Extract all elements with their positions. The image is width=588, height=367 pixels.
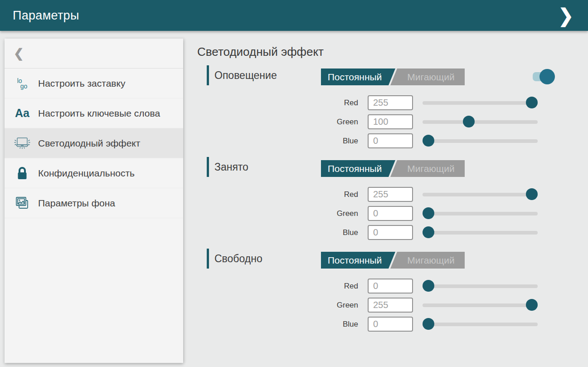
led-section-header: Оповещение Постоянный Мигающий xyxy=(207,65,588,85)
logo-icon: logo xyxy=(12,78,33,89)
mode-option-blinking[interactable]: Мигающий xyxy=(390,69,465,85)
slider-thumb[interactable] xyxy=(526,299,538,311)
led-section-1: Оповещение Постоянный Мигающий Red Green xyxy=(197,65,588,148)
slider-track xyxy=(423,323,538,326)
sidebar-item-label: Параметры фона xyxy=(38,197,115,209)
images-icon xyxy=(12,196,33,211)
channel-value-input[interactable] xyxy=(368,133,413,148)
slider-thumb[interactable] xyxy=(423,207,434,219)
slider-thumb[interactable] xyxy=(463,116,475,127)
led-section-2: Занято Постоянный Мигающий Red Green Blu… xyxy=(197,157,588,240)
led-screen-icon xyxy=(12,136,33,151)
channel-slider[interactable] xyxy=(423,317,538,332)
section-accent-bar xyxy=(207,249,209,269)
channel-label: Green xyxy=(207,206,358,221)
mode-option-blinking[interactable]: Мигающий xyxy=(390,160,465,177)
channel-label: Red xyxy=(207,279,358,294)
sidebar-back-button[interactable]: ❮ xyxy=(5,39,183,69)
channel-slider[interactable] xyxy=(423,95,538,110)
mode-option-constant[interactable]: Постоянный xyxy=(321,69,395,85)
channel-row: Green xyxy=(207,298,588,313)
mode-option-constant[interactable]: Постоянный xyxy=(321,160,395,177)
slider-track xyxy=(423,303,538,307)
slider-track xyxy=(423,139,538,143)
channel-row: Green xyxy=(207,206,588,221)
channel-row: Blue xyxy=(207,225,588,240)
channel-label: Red xyxy=(207,95,358,110)
channel-slider[interactable] xyxy=(423,114,538,129)
channel-label: Blue xyxy=(207,133,358,148)
led-section-header: Свободно Постоянный Мигающий xyxy=(207,249,588,269)
section-accent-bar xyxy=(207,157,209,177)
channel-row: Green xyxy=(207,114,588,129)
led-section-3: Свободно Постоянный Мигающий Red Green B… xyxy=(197,249,588,332)
mode-option-blinking[interactable]: Мигающий xyxy=(390,252,465,269)
sidebar: ❮ logo Настроить заставку Aa Настроить к… xyxy=(5,39,183,363)
mode-option-constant[interactable]: Постоянный xyxy=(321,252,395,269)
channel-value-input[interactable] xyxy=(368,187,413,202)
channel-slider[interactable] xyxy=(423,279,538,294)
slider-thumb[interactable] xyxy=(526,97,538,108)
channel-value-input[interactable] xyxy=(368,95,413,110)
sidebar-item-keywords[interactable]: Aa Настроить ключевые слова xyxy=(5,98,183,128)
letters-aa-icon: Aa xyxy=(12,108,33,119)
slider-track xyxy=(423,231,538,235)
sidebar-item-screensaver[interactable]: logo Настроить заставку xyxy=(5,69,183,98)
channel-rows: Red Green Blue xyxy=(207,187,588,240)
channel-value-input[interactable] xyxy=(368,114,413,129)
main-content: Светодиодный эффект Оповещение Постоянны… xyxy=(197,44,588,340)
mode-toggle: Постоянный Мигающий xyxy=(321,69,465,85)
slider-thumb[interactable] xyxy=(423,226,434,238)
slider-thumb[interactable] xyxy=(423,280,434,292)
chevron-left-icon: ❮ xyxy=(14,46,24,61)
slider-track xyxy=(423,212,538,215)
section-accent-bar xyxy=(207,65,209,85)
channel-row: Red xyxy=(207,279,588,294)
sidebar-item-privacy[interactable]: Конфиденциальность xyxy=(5,158,183,188)
channel-slider[interactable] xyxy=(423,225,538,240)
app-header: Параметры ❯ xyxy=(0,0,588,31)
slider-thumb[interactable] xyxy=(423,318,434,330)
led-section-header: Занято Постоянный Мигающий xyxy=(207,157,588,177)
sidebar-item-label: Конфиденциальность xyxy=(38,167,135,179)
mode-toggle: Постоянный Мигающий xyxy=(321,252,465,269)
channel-slider[interactable] xyxy=(423,133,538,148)
section-title: Свободно xyxy=(214,253,262,265)
channel-row: Blue xyxy=(207,317,588,332)
section-page-title: Светодиодный эффект xyxy=(197,44,588,60)
channel-value-input[interactable] xyxy=(368,317,413,332)
slider-track xyxy=(423,101,538,105)
channel-label: Blue xyxy=(207,317,358,332)
channel-value-input[interactable] xyxy=(368,206,413,221)
channel-value-input[interactable] xyxy=(368,225,413,240)
channel-rows: Red Green Blue xyxy=(207,95,588,148)
slider-thumb[interactable] xyxy=(526,188,538,200)
channel-row: Blue xyxy=(207,133,588,148)
channel-value-input[interactable] xyxy=(368,279,413,294)
sidebar-item-label: Настроить ключевые слова xyxy=(38,107,160,119)
lock-icon xyxy=(12,166,33,181)
sidebar-item-label: Светодиодный эффект xyxy=(38,137,140,149)
channel-slider[interactable] xyxy=(423,206,538,221)
sidebar-item-background[interactable]: Параметры фона xyxy=(5,188,183,218)
channel-row: Red xyxy=(207,187,588,202)
channel-label: Red xyxy=(207,187,358,202)
channel-slider[interactable] xyxy=(423,187,538,202)
channel-label: Green xyxy=(207,114,358,129)
enable-switch[interactable] xyxy=(533,72,554,81)
chevron-right-icon[interactable]: ❯ xyxy=(558,6,575,25)
channel-label: Blue xyxy=(207,225,358,240)
channel-rows: Red Green Blue xyxy=(207,279,588,332)
slider-track xyxy=(423,193,538,196)
slider-thumb[interactable] xyxy=(423,135,434,147)
slider-track xyxy=(423,284,538,288)
channel-label: Green xyxy=(207,298,358,313)
channel-row: Red xyxy=(207,95,588,110)
section-title: Занято xyxy=(214,161,248,173)
channel-value-input[interactable] xyxy=(368,298,413,313)
switch-knob xyxy=(539,69,555,84)
channel-slider[interactable] xyxy=(423,298,538,313)
sidebar-item-led-effect[interactable]: Светодиодный эффект xyxy=(5,128,183,158)
slider-track xyxy=(423,120,538,124)
section-title: Оповещение xyxy=(214,69,277,82)
